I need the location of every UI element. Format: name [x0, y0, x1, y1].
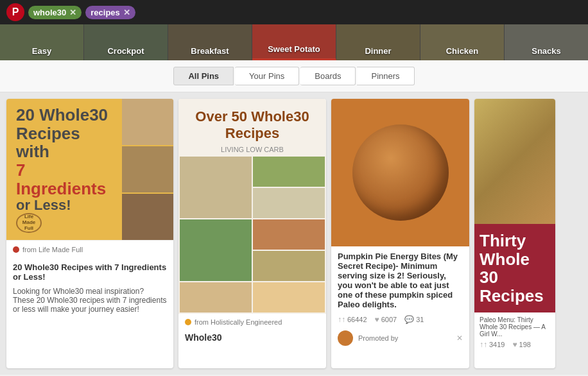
card2-cell-8 [253, 282, 325, 312]
card1-text-area: 20 Whole30 Recipes with 7 Ingredients or… [6, 99, 122, 240]
category-dinner-label: Dinner [365, 46, 391, 56]
card3-repin-count: 66442 [347, 316, 367, 323]
card4-title: Thirty Whole 30 Recipes [480, 232, 550, 305]
card1-title-main: 20 Whole30 [16, 106, 112, 124]
source-icon [13, 246, 19, 253]
category-breakfast[interactable]: Breakfast [168, 24, 252, 60]
category-sweetpotato-label: Sweet Potato [268, 44, 320, 54]
card2-cell-6 [253, 251, 325, 281]
card2-cell-7 [180, 282, 252, 312]
card4-repins: ↑↑ 3419 [480, 340, 505, 349]
pinterest-logo: P [6, 3, 24, 21]
tag-recipes[interactable]: recipes ✕ [85, 6, 135, 19]
card2-source: from Holistically Engineered [195, 318, 282, 326]
card4-like-icon: ♥ [512, 340, 517, 349]
pin-card-2[interactable]: Over 50 Whole30 Recipes LIVING LOW CARB … [178, 99, 326, 368]
card4-title-block: Thirty Whole 30 Recipes [474, 224, 555, 312]
balls-visual [352, 124, 449, 221]
card3-comments: 💬 31 [404, 315, 424, 324]
category-snacks[interactable]: Snacks [505, 24, 588, 60]
category-snacks-label: Snacks [532, 46, 561, 56]
card2-grid [178, 157, 326, 314]
card3-comment-count: 31 [416, 316, 424, 323]
category-dinner[interactable]: Dinner [336, 24, 420, 60]
card3-likes: ♥ 6007 [375, 315, 397, 324]
card1-pin-title: 20 Whole30 Recipes with 7 Ingredients or… [6, 259, 173, 284]
card3-desc-title: Pumpkin Pie Energy Bites (My Secret Reci… [331, 246, 469, 312]
card2-cell-4 [180, 219, 252, 281]
filter-bar: All Pins Your Pins Boards Pinners [0, 60, 588, 92]
card1-title-accent: 7 Ingredients [16, 161, 112, 198]
card4-likes: ♥ 198 [512, 340, 530, 349]
card2-cell-5 [253, 219, 325, 250]
card1-image: 20 Whole30 Recipes with 7 Ingredients or… [6, 99, 173, 240]
card1-photo-1 [122, 99, 173, 145]
card4-like-count: 198 [519, 341, 531, 348]
category-crockpot-label: Crockpot [107, 46, 144, 56]
card4-repin-icon: ↑↑ [480, 340, 487, 349]
card2-meta: from Holistically Engineered [178, 314, 326, 330]
tab-pinners[interactable]: Pinners [357, 67, 414, 85]
search-bar: P whole30 ✕ recipes ✕ [0, 0, 588, 24]
card1-description: Looking for Whole30 meal inspiration? Th… [6, 284, 173, 319]
card3-like-count: 6007 [381, 316, 397, 323]
pin-card-1[interactable]: 20 Whole30 Recipes with 7 Ingredients or… [6, 99, 173, 368]
tag-recipes-close[interactable]: ✕ [123, 8, 130, 17]
card4-repin-count: 3419 [489, 341, 505, 348]
card4-meta-text: Paleo Menu: Thirty Whole 30 Recipes — A … [480, 316, 550, 338]
card3-stats: ↑↑ 66442 ♥ 6007 💬 31 [331, 312, 469, 327]
card2-subtitle: LIVING LOW CARB [221, 146, 284, 153]
card2-pin-title: Whole30 [178, 330, 326, 346]
card3-repins: ↑↑ 66442 [338, 315, 367, 324]
pin-card-3[interactable]: Pumpkin Pie Energy Bites (My Secret Reci… [331, 99, 469, 368]
card2-header: Over 50 Whole30 Recipes [178, 99, 326, 146]
card2-cell-2 [253, 157, 325, 187]
category-easy[interactable]: Easy [0, 24, 84, 60]
comment-icon: 💬 [404, 315, 414, 324]
tag-whole30[interactable]: whole30 ✕ [28, 6, 82, 19]
tab-all-pins[interactable]: All Pins [173, 67, 234, 85]
tag-recipes-label: recipes [91, 8, 120, 17]
promoted-row: Promoted by ✕ [331, 327, 469, 349]
card1-title-bottom: or Less! [16, 198, 112, 213]
card1-photo-2 [122, 146, 173, 192]
category-sweetpotato[interactable]: Sweet Potato [252, 24, 336, 60]
card2-cell-1 [180, 157, 252, 218]
card3-image [331, 99, 469, 246]
card1-title-line2: Recipes with [16, 124, 112, 161]
tab-boards[interactable]: Boards [300, 67, 356, 85]
category-chicken[interactable]: Chicken [420, 24, 505, 60]
tag-whole30-close[interactable]: ✕ [69, 8, 76, 17]
card4-stats: ↑↑ 3419 ♥ 198 [480, 338, 550, 349]
category-chicken-label: Chicken [446, 46, 479, 56]
card2-source-icon [185, 319, 191, 325]
pin-card-4[interactable]: Thirty Whole 30 Recipes Paleo Menu: Thir… [474, 99, 555, 368]
tab-your-pins[interactable]: Your Pins [235, 67, 299, 85]
card1-logo: LifeMadeFull [16, 213, 42, 232]
promoted-close[interactable]: ✕ [456, 334, 463, 343]
promoted-label: Promoted by [358, 334, 398, 342]
card2-cell-3 [253, 188, 325, 218]
tag-whole30-label: whole30 [33, 8, 66, 17]
card1-photo-col [122, 99, 173, 240]
card1-meta: from Life Made Full [6, 240, 173, 259]
card1-photo-3 [122, 194, 173, 240]
category-crockpot[interactable]: Crockpot [84, 24, 168, 60]
category-easy-label: Easy [32, 46, 51, 56]
promoted-avatar [338, 330, 353, 346]
card1-source: from Life Made Full [22, 246, 83, 253]
repin-icon: ↑↑ [338, 315, 345, 324]
card2-image: Over 50 Whole30 Recipes LIVING LOW CARB [178, 99, 326, 314]
card4-image [474, 99, 555, 224]
category-breakfast-label: Breakfast [191, 46, 229, 56]
like-icon: ♥ [375, 315, 379, 324]
card4-meta: Paleo Menu: Thirty Whole 30 Recipes — A … [474, 312, 555, 353]
category-nav: Easy Crockpot Breakfast Sweet Potato Din… [0, 24, 588, 60]
content-area: 20 Whole30 Recipes with 7 Ingredients or… [0, 92, 588, 375]
